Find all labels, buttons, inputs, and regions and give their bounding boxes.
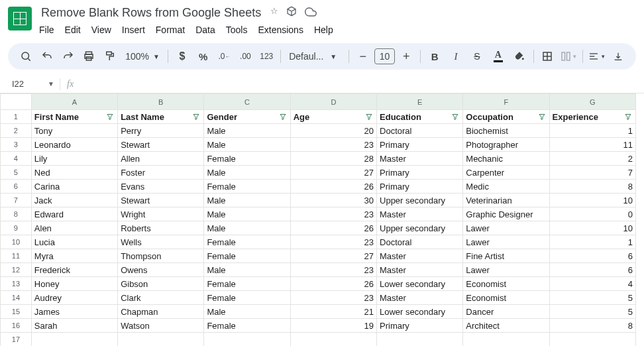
table-row[interactable]: 10LuciaWellsFemale23DoctoralLawer1 <box>1 235 636 249</box>
cell[interactable]: Myra <box>31 249 117 263</box>
increase-font-size-icon[interactable]: + <box>396 46 416 66</box>
cell[interactable]: Master <box>377 263 463 277</box>
cell[interactable]: Economist <box>463 277 549 291</box>
row-header[interactable]: 16 <box>1 319 32 333</box>
table-row[interactable]: 4LilyAllenFemale28MasterMechanic2 <box>1 152 636 166</box>
cell[interactable]: Gibson <box>118 277 204 291</box>
table-row[interactable]: 15JamesChapmanMale21Lower secondaryDance… <box>1 305 636 319</box>
cell[interactable]: Allen <box>118 152 204 166</box>
row-header[interactable]: 8 <box>1 207 32 221</box>
horizontal-align-icon[interactable]: ▼ <box>587 46 607 66</box>
cell[interactable] <box>463 333 549 347</box>
cell[interactable]: 21 <box>290 305 376 319</box>
menu-format[interactable]: Format <box>151 22 189 38</box>
filter-icon[interactable] <box>105 112 115 121</box>
more-formats-icon[interactable]: 123 <box>256 46 276 66</box>
spreadsheet-grid[interactable]: ABCDEFG 1First NameLast NameGenderAgeEdu… <box>0 93 636 346</box>
table-row[interactable]: 1First NameLast NameGenderAgeEducationOc… <box>1 110 636 124</box>
cell[interactable]: Lily <box>31 152 117 166</box>
cell[interactable]: 19 <box>290 319 376 333</box>
cell[interactable]: 6 <box>549 249 635 263</box>
cell[interactable]: Evans <box>118 180 204 194</box>
text-color-icon[interactable]: A <box>488 46 508 66</box>
menu-extensions[interactable]: Extensions <box>253 22 307 38</box>
cell[interactable]: 26 <box>290 180 376 194</box>
cell[interactable]: 20 <box>290 124 376 138</box>
cell[interactable]: Architect <box>463 319 549 333</box>
cell[interactable]: 7 <box>549 166 635 180</box>
row-header[interactable]: 5 <box>1 166 32 180</box>
increase-decimal-icon[interactable]: .00 <box>235 46 255 66</box>
table-row[interactable]: 6CarinaEvansFemale26PrimaryMedic8 <box>1 180 636 194</box>
redo-icon[interactable] <box>58 46 78 66</box>
menu-tools[interactable]: Tools <box>221 22 252 38</box>
cell[interactable]: Watson <box>118 319 204 333</box>
cell[interactable]: 23 <box>290 263 376 277</box>
move-icon[interactable] <box>286 6 297 20</box>
cell[interactable]: Carpenter <box>463 166 549 180</box>
table-row[interactable]: 13HoneyGibsonFemale26Lower secondaryEcon… <box>1 277 636 291</box>
cell[interactable]: 23 <box>290 291 376 305</box>
cell[interactable]: Chapman <box>118 305 204 319</box>
cell[interactable]: Master <box>377 152 463 166</box>
cell[interactable]: 26 <box>290 221 376 235</box>
table-row[interactable]: 7JackStewartMale30Upper secondaryVeterin… <box>1 194 636 207</box>
cell[interactable]: Biochemist <box>463 124 549 138</box>
cell[interactable]: Tony <box>31 124 117 138</box>
cell[interactable]: Wells <box>118 235 204 249</box>
cell[interactable]: Clark <box>118 291 204 305</box>
menu-help[interactable]: Help <box>309 22 338 38</box>
cell[interactable] <box>549 333 635 347</box>
cell[interactable]: 10 <box>549 194 635 207</box>
cell[interactable]: Audrey <box>31 291 117 305</box>
cell[interactable]: Male <box>204 207 290 221</box>
cell[interactable]: 23 <box>290 235 376 249</box>
merge-cells-icon[interactable]: ▼ <box>559 46 578 66</box>
cell[interactable]: 6 <box>549 263 635 277</box>
cell[interactable]: 4 <box>549 277 635 291</box>
cell[interactable]: Lawer <box>463 263 549 277</box>
cell[interactable]: 23 <box>290 138 376 152</box>
row-header[interactable]: 15 <box>1 305 32 319</box>
cell[interactable]: Alen <box>31 221 117 235</box>
cell[interactable]: Medic <box>463 180 549 194</box>
select-all-corner[interactable] <box>1 94 32 110</box>
print-icon[interactable] <box>80 46 99 66</box>
cell[interactable]: Primary <box>377 138 463 152</box>
cell[interactable]: 23 <box>290 207 376 221</box>
table-row[interactable]: 11MyraThompsonFemale27MasterFine Artist6 <box>1 249 636 263</box>
table-row[interactable]: 2TonyPerryMale20DoctoralBiochemist1 <box>1 124 636 138</box>
cell[interactable]: 1 <box>549 124 635 138</box>
cell[interactable]: Lawer <box>463 235 549 249</box>
cell[interactable]: Lucia <box>31 235 117 249</box>
cell[interactable]: Carina <box>31 180 117 194</box>
cell[interactable]: Wright <box>118 207 204 221</box>
cloud-status-icon[interactable] <box>305 6 317 20</box>
cell[interactable]: Economist <box>463 291 549 305</box>
col-header-E[interactable]: E <box>377 94 463 110</box>
table-row[interactable]: 17 <box>1 333 636 347</box>
cell[interactable]: Primary <box>377 180 463 194</box>
filter-icon[interactable] <box>623 112 633 121</box>
row-header[interactable]: 17 <box>1 333 32 347</box>
cell[interactable]: 0 <box>549 207 635 221</box>
col-header-F[interactable]: F <box>463 94 549 110</box>
decrease-font-size-icon[interactable]: − <box>353 46 373 66</box>
header-cell[interactable]: Gender <box>204 110 290 124</box>
cell[interactable]: Male <box>204 166 290 180</box>
cell[interactable]: Stewart <box>118 194 204 207</box>
cell[interactable]: James <box>31 305 117 319</box>
table-row[interactable]: 5NedFosterMale27PrimaryCarpenter7 <box>1 166 636 180</box>
cell[interactable]: Primary <box>377 166 463 180</box>
table-row[interactable]: 16SarahWatsonFemale19PrimaryArchitect8 <box>1 319 636 333</box>
doc-title[interactable]: Remove Blank Rows from Google Sheets <box>38 5 264 21</box>
cell[interactable]: Female <box>204 152 290 166</box>
cell[interactable]: Master <box>377 249 463 263</box>
cell[interactable] <box>377 333 463 347</box>
row-header[interactable]: 9 <box>1 221 32 235</box>
cell[interactable]: 27 <box>290 249 376 263</box>
sheets-logo[interactable] <box>8 7 32 30</box>
cell[interactable]: Roberts <box>118 221 204 235</box>
row-header[interactable]: 14 <box>1 291 32 305</box>
menu-view[interactable]: View <box>87 22 116 38</box>
